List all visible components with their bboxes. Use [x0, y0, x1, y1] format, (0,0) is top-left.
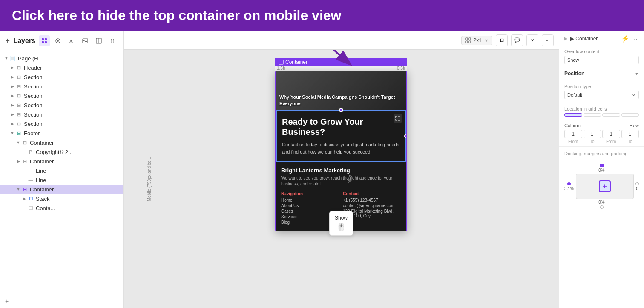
col-to-val[interactable]: 1: [584, 130, 601, 138]
layer-item-section5[interactable]: ▶ ⊞ Section: [0, 110, 123, 119]
svg-rect-16: [469, 41, 471, 43]
layer-item-section6[interactable]: ▶ ⊞ Section: [0, 119, 123, 128]
layer-item-header[interactable]: ▶ ⊞ Header: [0, 63, 123, 72]
expand-arrow: ▶: [9, 102, 15, 108]
from-label: From: [564, 139, 582, 144]
expand-arrow: ▶: [15, 158, 21, 164]
row-from-val[interactable]: 1: [602, 130, 620, 138]
section-icon: ⊞: [15, 83, 22, 90]
layer-item-footer[interactable]: ▼ ⊞ Footer: [0, 128, 123, 138]
more-button[interactable]: ···: [542, 34, 554, 46]
layer-label: Container: [30, 158, 54, 165]
layers-sidebar: + Layers A {}: [0, 31, 124, 308]
grid-icon: [465, 37, 471, 43]
col-from-input[interactable]: [564, 113, 582, 117]
layer-label: Section: [24, 93, 42, 99]
layer-label: Container: [30, 186, 54, 193]
section-icon: ⊞: [15, 102, 22, 108]
container-selected-bar[interactable]: Container: [275, 58, 407, 66]
svg-rect-15: [466, 41, 468, 43]
footer-phone: +1 (555) 123-4567: [343, 198, 401, 202]
container-bar-icon: [279, 60, 284, 65]
footer-contact-title: Contact: [343, 191, 401, 196]
comment-button[interactable]: 💬: [511, 34, 523, 46]
layer-item-section1[interactable]: ▶ ⊞ Section: [0, 72, 123, 82]
drag-handle-right[interactable]: [404, 134, 407, 138]
layer-item-copyright[interactable]: ▶ P Copyright© 2...: [0, 147, 123, 157]
footer-nav-title: Navigation: [281, 191, 339, 196]
row-from-input[interactable]: [602, 113, 620, 117]
layers-view-button[interactable]: [39, 35, 50, 46]
row-label: Row: [630, 123, 639, 128]
dropdown-arrow-icon: [484, 38, 489, 43]
layer-label: Page (H...: [18, 55, 43, 62]
position-type-label: Position type: [564, 84, 639, 89]
cta-body: Contact us today to discuss your digital…: [282, 141, 400, 155]
overflow-label: Overflow content: [564, 49, 639, 54]
layer-label: Section: [24, 74, 42, 80]
add-layer-button[interactable]: +: [5, 36, 10, 46]
location-label: Location in grid cells: [564, 106, 639, 111]
blog-image-section: Why Your Social Media Campaigns Shouldn'…: [276, 71, 406, 110]
tooltip-show[interactable]: Show 🖱️: [329, 211, 353, 236]
expand-arrow: ▶: [9, 83, 15, 89]
footer-nav-about: About Us: [281, 203, 339, 208]
column-label: Column: [564, 123, 581, 128]
position-type-value[interactable]: Default: [564, 91, 639, 99]
drag-handle-top[interactable]: [339, 108, 343, 112]
position-section-header[interactable]: Position ▼: [559, 67, 644, 80]
components-button[interactable]: [52, 35, 63, 46]
col-to-input[interactable]: [584, 113, 601, 117]
position-chevron: ▼: [635, 71, 639, 76]
dock-top-dot[interactable]: [600, 164, 604, 167]
layer-item-line1[interactable]: ▶ — Line: [0, 166, 123, 175]
dock-left-dot[interactable]: [567, 182, 571, 185]
fr-label-1: 1.5fr: [277, 66, 285, 71]
canvas-area: 2x1 ⊡ 💬 ? ··· Mobile (750px and be...: [124, 31, 559, 308]
panel-more-icon[interactable]: ···: [634, 35, 639, 42]
row-to-input[interactable]: [621, 113, 639, 117]
layer-label: Section: [24, 102, 42, 108]
col-from-val[interactable]: 1: [564, 130, 582, 138]
overflow-value[interactable]: Show: [564, 56, 639, 64]
layer-item-stack[interactable]: ▶ ⧠ Stack: [0, 194, 123, 203]
sidebar-icon-group: A {}: [39, 35, 118, 46]
layer-item-line2[interactable]: ▶ — Line: [0, 175, 123, 185]
layer-item-conta[interactable]: ▶ Conta...: [0, 203, 123, 213]
expand-arrow: ▶: [9, 93, 15, 99]
section-icon: ⊞: [15, 92, 22, 99]
layer-item-container1[interactable]: ▼ ⊞ Container: [0, 138, 123, 147]
layer-item-section3[interactable]: ▶ ⊞ Section: [0, 91, 123, 100]
layer-item-container3[interactable]: ▼ ⊞ Container ···: [0, 185, 123, 194]
layer-label: Footer: [24, 130, 40, 137]
media-button[interactable]: [80, 35, 91, 46]
svg-rect-1: [45, 38, 47, 40]
container-bar-label: Container: [285, 59, 308, 65]
expand-button[interactable]: [394, 114, 402, 123]
grid-line-right: [520, 50, 520, 308]
layer-item-page[interactable]: ▼ 📄 Page (H...: [0, 54, 123, 63]
layer-label: Header: [24, 65, 42, 71]
selected-cta-section[interactable]: Ready to Grow Your Business? Contact us …: [276, 110, 406, 162]
row-to-val[interactable]: 1: [621, 130, 639, 138]
container-icon: ⊞: [21, 139, 28, 146]
dock-bottom-dot[interactable]: [600, 205, 604, 209]
sidebar-title: Layers: [13, 37, 35, 45]
layout-button[interactable]: ⊡: [496, 34, 508, 46]
layer-item-container2[interactable]: ▶ ⊞ Container: [0, 157, 123, 166]
layer-item-section4[interactable]: ▶ ⊞ Section: [0, 100, 123, 110]
docking-title: Docking, margins and padding: [564, 151, 639, 156]
dock-bottom-value: 0%: [564, 200, 639, 205]
help-button[interactable]: ?: [526, 34, 538, 46]
dock-right-dot[interactable]: [635, 182, 639, 185]
add-bottom-button[interactable]: +: [5, 298, 9, 305]
table-button[interactable]: [93, 35, 104, 46]
expand-arrow: ▶: [9, 111, 15, 117]
layer-item-section2[interactable]: ▶ ⊞ Section: [0, 82, 123, 91]
dock-top-value: 0%: [564, 168, 639, 173]
docking-center-button[interactable]: +: [599, 180, 611, 192]
code-button[interactable]: {}: [107, 35, 118, 46]
svg-text:A: A: [69, 38, 73, 43]
text-button[interactable]: A: [66, 35, 77, 46]
section-icon: ⊞: [15, 111, 22, 118]
